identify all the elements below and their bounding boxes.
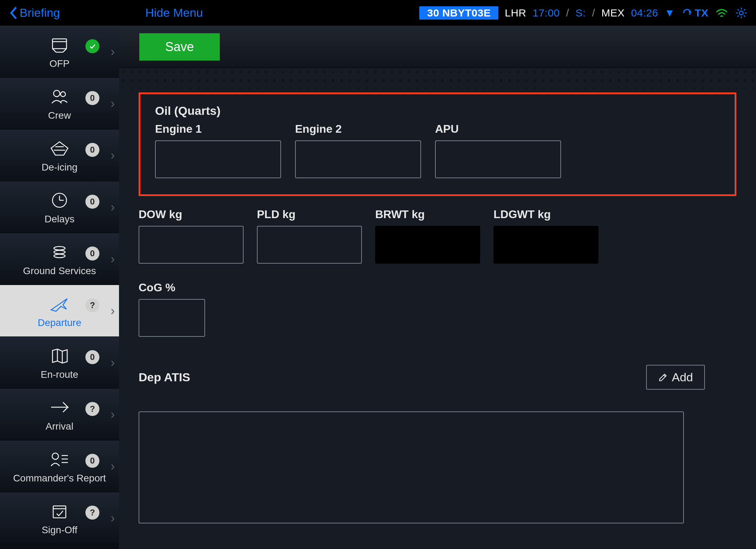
tx-button[interactable]: TX: [681, 7, 708, 19]
gear-icon[interactable]: [735, 7, 748, 19]
status-badge: ?: [85, 402, 99, 416]
svg-point-15: [61, 92, 65, 97]
cog-label: CoG %: [139, 281, 205, 294]
dropdown-icon[interactable]: ▼: [664, 7, 675, 19]
svg-line-8: [744, 9, 745, 11]
apu-input[interactable]: [435, 140, 561, 178]
sidebar-item-deicing[interactable]: De-icing 0 ›: [0, 130, 119, 181]
svg-point-0: [740, 11, 743, 15]
chevron-right-icon: ›: [111, 511, 115, 526]
svg-line-5: [737, 9, 739, 11]
atis-textarea[interactable]: [139, 411, 684, 523]
sidebar-item-arrival[interactable]: Arrival ? ›: [0, 389, 119, 440]
report-icon: [49, 449, 70, 470]
count-badge: 0: [85, 350, 99, 364]
departure-time: 17:00: [533, 7, 560, 19]
clock-icon: [49, 190, 70, 211]
svg-marker-16: [51, 142, 68, 155]
signoff-icon: [49, 501, 70, 522]
svg-line-6: [744, 15, 745, 17]
pld-label: PLD kg: [257, 208, 362, 221]
sidebar-item-signoff[interactable]: Sign-Off ? ›: [0, 492, 119, 544]
chevron-right-icon: ›: [111, 304, 115, 318]
cog-input[interactable]: [139, 299, 205, 337]
wifi-icon: [715, 8, 729, 18]
sidebar-item-label: Crew: [48, 110, 71, 121]
sidebar-item-ofp[interactable]: OFP ›: [0, 26, 119, 78]
sidebar-item-label: Sign-Off: [42, 524, 77, 536]
count-badge: 0: [85, 246, 99, 260]
map-icon: [49, 345, 70, 366]
sidebar-item-label: De-icing: [42, 162, 78, 173]
crew-icon: [49, 86, 70, 107]
count-badge: 0: [85, 195, 99, 209]
sidebar-item-crew[interactable]: Crew 0 ›: [0, 78, 119, 130]
form-scroll[interactable]: Oil (Quarts) Engine 1 Engine 2 APU: [119, 68, 756, 549]
chevron-right-icon: ›: [111, 200, 115, 215]
brwt-label: BRWT kg: [375, 208, 480, 221]
add-atis-button[interactable]: Add: [646, 365, 705, 390]
sidebar-item-commanders-report[interactable]: Commander's Report 0 ›: [0, 440, 119, 492]
back-button[interactable]: Briefing: [8, 6, 60, 20]
sidebar-item-enroute[interactable]: En-route 0 ›: [0, 337, 119, 389]
pencil-icon: [658, 373, 668, 382]
sidebar-item-label: Commander's Report: [13, 473, 106, 484]
atis-header-row: Dep ATIS Add: [139, 365, 736, 390]
count-badge: 0: [85, 143, 99, 157]
toolbar: Save: [119, 26, 756, 68]
sidebar-item-label: Delays: [44, 214, 75, 225]
svg-point-27: [52, 453, 58, 459]
ldgwt-display: [493, 226, 598, 264]
svg-line-12: [63, 49, 66, 52]
engine2-label: Engine 2: [295, 123, 421, 135]
weights-row: DOW kg PLD kg BRWT kg LDGWT kg: [139, 208, 736, 264]
arrival-time: 04:26: [631, 7, 658, 19]
chevron-left-icon: [8, 6, 18, 20]
chevron-right-icon: ›: [111, 44, 115, 59]
separator: /: [592, 7, 595, 19]
engine2-input[interactable]: [295, 140, 421, 178]
departure-airport: LHR: [505, 7, 526, 19]
svg-rect-31: [53, 506, 66, 518]
tx-label: TX: [695, 7, 708, 19]
engine1-input[interactable]: [155, 140, 281, 178]
dow-label: DOW kg: [139, 208, 244, 221]
chevron-right-icon: ›: [111, 407, 115, 422]
dow-input[interactable]: [139, 226, 244, 264]
sidebar-item-label: Departure: [38, 317, 82, 328]
arrival-icon: [49, 397, 70, 418]
cog-row: CoG %: [139, 281, 736, 337]
svg-point-14: [54, 90, 60, 97]
sidebar: OFP › Crew 0 › De-icing 0 › Delays 0: [0, 26, 119, 549]
sidebar-item-departure[interactable]: Departure ? ›: [0, 285, 119, 337]
oil-section-title: Oil (Quarts): [155, 104, 720, 118]
sidebar-item-label: OFP: [49, 58, 70, 69]
chevron-right-icon: ›: [111, 459, 115, 474]
status-badge: ?: [85, 506, 99, 520]
back-label: Briefing: [20, 6, 60, 20]
sidebar-item-label: Ground Services: [23, 265, 96, 277]
sidebar-item-ground-services[interactable]: Ground Services 0 ›: [0, 233, 119, 285]
deicing-icon: [49, 138, 70, 159]
departure-suffix: S:: [575, 7, 586, 19]
sidebar-item-label: En-route: [41, 369, 78, 380]
pld-input[interactable]: [257, 226, 362, 264]
save-button[interactable]: Save: [139, 33, 220, 61]
status-bar: 30 NBYT03E LHR 17:00 / S: / MEX 04:26 ▼ …: [419, 6, 748, 20]
count-badge: 0: [85, 454, 99, 468]
sync-icon: [681, 7, 693, 19]
sidebar-item-delays[interactable]: Delays 0 ›: [0, 181, 119, 233]
svg-point-23: [54, 250, 65, 254]
status-badge: [85, 39, 99, 53]
ldgwt-label: LDGWT kg: [493, 208, 598, 221]
status-badge: ?: [85, 298, 99, 312]
chevron-right-icon: ›: [111, 355, 115, 370]
svg-line-11: [52, 49, 56, 52]
chevron-right-icon: ›: [111, 148, 115, 163]
hide-menu-button[interactable]: Hide Menu: [145, 6, 203, 20]
svg-rect-9: [52, 39, 66, 49]
main-content: Save Oil (Quarts) Engine 1 Engine 2: [119, 26, 756, 549]
oil-section-highlight: Oil (Quarts) Engine 1 Engine 2 APU: [139, 92, 736, 196]
flight-code-badge[interactable]: 30 NBYT03E: [419, 6, 498, 20]
ground-services-icon: [49, 242, 70, 263]
